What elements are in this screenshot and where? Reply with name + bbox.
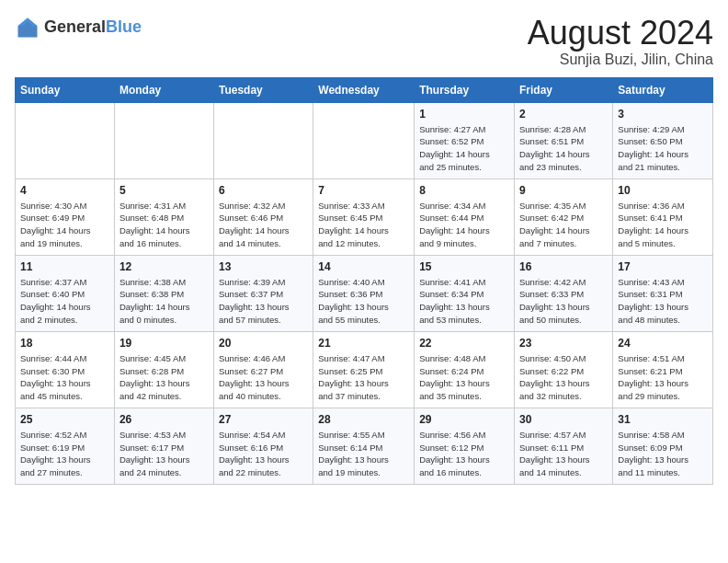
calendar-cell: 1Sunrise: 4:27 AM Sunset: 6:52 PM Daylig… (415, 102, 515, 178)
day-info: Sunrise: 4:44 AM Sunset: 6:30 PM Dayligh… (20, 352, 109, 403)
day-info: Sunrise: 4:53 AM Sunset: 6:17 PM Dayligh… (119, 429, 209, 479)
logo-icon (15, 15, 40, 40)
calendar-cell: 15Sunrise: 4:41 AM Sunset: 6:34 PM Dayli… (415, 255, 515, 331)
weekday-header-row: SundayMondayTuesdayWednesdayThursdayFrid… (16, 77, 713, 102)
calendar-cell (213, 102, 313, 178)
calendar-cell: 25Sunrise: 4:52 AM Sunset: 6:19 PM Dayli… (16, 408, 115, 484)
day-info: Sunrise: 4:54 AM Sunset: 6:16 PM Dayligh… (219, 429, 308, 479)
calendar-cell: 22Sunrise: 4:48 AM Sunset: 6:24 PM Dayli… (415, 331, 515, 408)
day-info: Sunrise: 4:56 AM Sunset: 6:12 PM Dayligh… (419, 429, 509, 479)
weekday-header-sunday: Sunday (16, 77, 115, 102)
day-info: Sunrise: 4:31 AM Sunset: 6:48 PM Dayligh… (119, 200, 209, 250)
logo: GeneralBlue (15, 15, 142, 40)
day-info: Sunrise: 4:32 AM Sunset: 6:46 PM Dayligh… (219, 200, 308, 250)
calendar-cell: 5Sunrise: 4:31 AM Sunset: 6:48 PM Daylig… (114, 178, 213, 255)
calendar-cell (313, 102, 415, 178)
calendar-cell: 30Sunrise: 4:57 AM Sunset: 6:11 PM Dayli… (515, 408, 613, 484)
day-number: 4 (20, 184, 109, 197)
calendar-cell: 28Sunrise: 4:55 AM Sunset: 6:14 PM Dayli… (313, 408, 415, 484)
day-info: Sunrise: 4:58 AM Sunset: 6:09 PM Dayligh… (618, 429, 708, 479)
day-info: Sunrise: 4:46 AM Sunset: 6:27 PM Dayligh… (219, 352, 308, 403)
weekday-header-thursday: Thursday (415, 77, 515, 102)
calendar-cell: 19Sunrise: 4:45 AM Sunset: 6:28 PM Dayli… (114, 331, 213, 408)
day-info: Sunrise: 4:37 AM Sunset: 6:40 PM Dayligh… (20, 276, 109, 327)
calendar-week-row: 25Sunrise: 4:52 AM Sunset: 6:19 PM Dayli… (16, 408, 713, 484)
day-info: Sunrise: 4:57 AM Sunset: 6:11 PM Dayligh… (519, 429, 608, 479)
day-number: 30 (519, 413, 608, 426)
month-title: August 2024 (528, 15, 713, 52)
day-info: Sunrise: 4:29 AM Sunset: 6:50 PM Dayligh… (618, 123, 708, 174)
calendar-cell: 12Sunrise: 4:38 AM Sunset: 6:38 PM Dayli… (114, 255, 213, 331)
calendar-cell: 4Sunrise: 4:30 AM Sunset: 6:49 PM Daylig… (16, 178, 115, 255)
calendar-week-row: 1Sunrise: 4:27 AM Sunset: 6:52 PM Daylig… (16, 102, 713, 178)
day-number: 16 (519, 260, 608, 273)
day-info: Sunrise: 4:36 AM Sunset: 6:41 PM Dayligh… (618, 200, 708, 250)
day-number: 20 (219, 337, 308, 350)
day-number: 23 (519, 337, 608, 350)
day-number: 15 (419, 260, 509, 273)
day-number: 2 (519, 108, 608, 121)
logo-general: General (44, 17, 106, 36)
day-number: 22 (419, 337, 509, 350)
day-number: 14 (318, 260, 409, 273)
day-info: Sunrise: 4:55 AM Sunset: 6:14 PM Dayligh… (318, 429, 409, 479)
calendar-body: 1Sunrise: 4:27 AM Sunset: 6:52 PM Daylig… (16, 102, 713, 484)
day-info: Sunrise: 4:30 AM Sunset: 6:49 PM Dayligh… (20, 200, 109, 250)
day-info: Sunrise: 4:47 AM Sunset: 6:25 PM Dayligh… (318, 352, 409, 403)
day-info: Sunrise: 4:42 AM Sunset: 6:33 PM Dayligh… (519, 276, 608, 327)
day-number: 19 (119, 337, 209, 350)
calendar-cell: 14Sunrise: 4:40 AM Sunset: 6:36 PM Dayli… (313, 255, 415, 331)
day-number: 5 (119, 184, 209, 197)
calendar-cell: 8Sunrise: 4:34 AM Sunset: 6:44 PM Daylig… (415, 178, 515, 255)
calendar-header: SundayMondayTuesdayWednesdayThursdayFrid… (16, 77, 713, 102)
day-info: Sunrise: 4:41 AM Sunset: 6:34 PM Dayligh… (419, 276, 509, 327)
day-info: Sunrise: 4:48 AM Sunset: 6:24 PM Dayligh… (419, 352, 509, 403)
calendar-cell: 23Sunrise: 4:50 AM Sunset: 6:22 PM Dayli… (515, 331, 613, 408)
day-number: 21 (318, 337, 409, 350)
calendar-table: SundayMondayTuesdayWednesdayThursdayFrid… (15, 77, 713, 485)
calendar-cell: 24Sunrise: 4:51 AM Sunset: 6:21 PM Dayli… (613, 331, 713, 408)
calendar-week-row: 11Sunrise: 4:37 AM Sunset: 6:40 PM Dayli… (16, 255, 713, 331)
logo-text: GeneralBlue (44, 18, 142, 37)
day-info: Sunrise: 4:45 AM Sunset: 6:28 PM Dayligh… (119, 352, 209, 403)
day-number: 26 (119, 413, 209, 426)
day-number: 24 (618, 337, 708, 350)
calendar-cell: 16Sunrise: 4:42 AM Sunset: 6:33 PM Dayli… (515, 255, 613, 331)
calendar-cell: 26Sunrise: 4:53 AM Sunset: 6:17 PM Dayli… (114, 408, 213, 484)
day-info: Sunrise: 4:34 AM Sunset: 6:44 PM Dayligh… (419, 200, 509, 250)
day-info: Sunrise: 4:52 AM Sunset: 6:19 PM Dayligh… (20, 429, 109, 479)
day-info: Sunrise: 4:50 AM Sunset: 6:22 PM Dayligh… (519, 352, 608, 403)
day-info: Sunrise: 4:28 AM Sunset: 6:51 PM Dayligh… (519, 123, 608, 174)
calendar-cell (16, 102, 115, 178)
day-number: 29 (419, 413, 509, 426)
weekday-header-monday: Monday (114, 77, 213, 102)
calendar-cell: 11Sunrise: 4:37 AM Sunset: 6:40 PM Dayli… (16, 255, 115, 331)
calendar-cell: 9Sunrise: 4:35 AM Sunset: 6:42 PM Daylig… (515, 178, 613, 255)
day-number: 8 (419, 184, 509, 197)
calendar-cell: 10Sunrise: 4:36 AM Sunset: 6:41 PM Dayli… (613, 178, 713, 255)
calendar-cell: 29Sunrise: 4:56 AM Sunset: 6:12 PM Dayli… (415, 408, 515, 484)
calendar-cell: 27Sunrise: 4:54 AM Sunset: 6:16 PM Dayli… (213, 408, 313, 484)
day-number: 17 (618, 260, 708, 273)
calendar-cell: 20Sunrise: 4:46 AM Sunset: 6:27 PM Dayli… (213, 331, 313, 408)
day-number: 28 (318, 413, 409, 426)
day-number: 6 (219, 184, 308, 197)
weekday-header-saturday: Saturday (613, 77, 713, 102)
day-number: 7 (318, 184, 409, 197)
calendar-cell: 6Sunrise: 4:32 AM Sunset: 6:46 PM Daylig… (213, 178, 313, 255)
day-info: Sunrise: 4:40 AM Sunset: 6:36 PM Dayligh… (318, 276, 409, 327)
day-number: 1 (419, 108, 509, 121)
day-info: Sunrise: 4:27 AM Sunset: 6:52 PM Dayligh… (419, 123, 509, 174)
day-number: 18 (20, 337, 109, 350)
title-block: August 2024 Sunjia Buzi, Jilin, China (528, 15, 713, 68)
calendar-cell: 2Sunrise: 4:28 AM Sunset: 6:51 PM Daylig… (515, 102, 613, 178)
calendar-cell: 31Sunrise: 4:58 AM Sunset: 6:09 PM Dayli… (613, 408, 713, 484)
weekday-header-tuesday: Tuesday (213, 77, 313, 102)
logo-blue: Blue (106, 17, 142, 36)
calendar-week-row: 18Sunrise: 4:44 AM Sunset: 6:30 PM Dayli… (16, 331, 713, 408)
weekday-header-friday: Friday (515, 77, 613, 102)
day-number: 10 (618, 184, 708, 197)
day-info: Sunrise: 4:51 AM Sunset: 6:21 PM Dayligh… (618, 352, 708, 403)
calendar-cell: 21Sunrise: 4:47 AM Sunset: 6:25 PM Dayli… (313, 331, 415, 408)
day-number: 31 (618, 413, 708, 426)
